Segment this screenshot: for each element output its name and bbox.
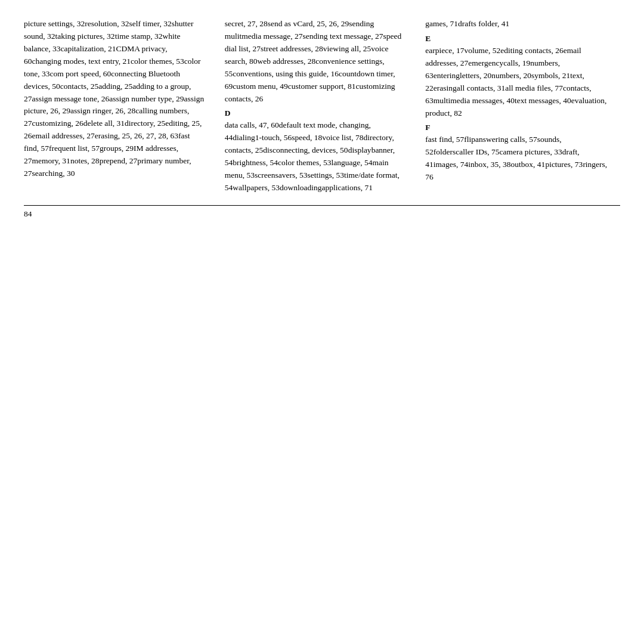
sub-entry: groups, 29 [100, 144, 134, 153]
main-entry: earpiece, 17 [425, 46, 464, 55]
main-entry: fast find, 57 [425, 135, 464, 144]
sub-entry: speed, 18 [292, 133, 322, 142]
sub-entry: email addresses, 27 [32, 131, 95, 140]
main-entry: entering [434, 71, 460, 80]
sub-entry: images, 74 [434, 160, 469, 169]
sub-entry: sending text message, 27 [303, 32, 383, 41]
sub-entry: web addresses, 28 [257, 57, 315, 66]
index-col-col2: secret, 27, 28send as vCard, 25, 26, 29s… [219, 18, 420, 194]
sub-entry: brightness, 54 [233, 158, 278, 167]
sub-entry: delete all, 31 [83, 119, 125, 128]
main-entry: emergency [468, 58, 503, 67]
main-entry: erasing [434, 83, 457, 92]
sub-entry: time stamp, 32 [115, 32, 163, 41]
main-entry: editing contacts, 26 [500, 46, 563, 55]
page-container: picture settings, 32resolution, 32self t… [24, 18, 620, 219]
sub-entry: inbox, 35, 38 [468, 160, 510, 169]
sub-entry: letters, 20 [460, 71, 491, 80]
sub-entry: text messages, 40 [515, 96, 571, 105]
main-entry: contacts, 25 [60, 82, 98, 91]
main-entry: color themes, 53 [131, 57, 184, 66]
sub-entry: pictures, 73 [545, 160, 583, 169]
main-entry: com port speed, 60 [50, 69, 112, 78]
sub-entry: assign ringer, 26, 28 [70, 106, 135, 115]
sub-entry: customizing, 26 [32, 119, 83, 128]
sub-entry: self timer, 32 [129, 19, 172, 28]
main-entry: conventions, using this guide, 16 [233, 69, 339, 78]
section-letter-D: D [225, 109, 408, 118]
index-col-col3: games, 71drafts folder, 41Eearpiece, 17v… [419, 18, 620, 194]
index-columns: picture settings, 32resolution, 32self t… [24, 18, 620, 194]
sub-entry: taking pictures, 32 [55, 32, 115, 41]
sub-entry: resolution, 32 [85, 19, 129, 28]
sub-entry: all media files, 77 [505, 83, 563, 92]
sub-entry: games, 71 [425, 19, 458, 28]
sub-entry: voice list, 78 [322, 133, 363, 142]
sub-entry: 1-touch, 56 [255, 133, 292, 142]
index-col-col1: picture settings, 32resolution, 32self t… [24, 18, 219, 194]
page-number: 84 [24, 209, 32, 219]
sub-entry: directory, 25 [125, 119, 165, 128]
page-footer: 84 [24, 205, 620, 219]
sub-entry: street addresses, 28 [261, 44, 323, 53]
main-entry: custom menu, 49 [233, 82, 288, 91]
sub-entry: send as vCard, 25, 26, 29 [268, 19, 349, 28]
sub-entry: picture settings, 32 [24, 19, 85, 28]
main-entry: folders [434, 147, 456, 156]
main-entry: disconnecting, devices, 50 [263, 145, 348, 154]
sub-entry: screensavers, 53 [255, 171, 307, 179]
sub-entry: all contacts, 31 [457, 83, 505, 92]
sub-entry: erasing, 25, 26, 27, 28, 63 [95, 131, 178, 140]
sub-entry: settings, 53 [307, 171, 344, 179]
sub-entry: adding, 25 [98, 82, 132, 91]
main-entry: data calls, 47, 60 [225, 120, 279, 129]
sub-entry: volume, 52 [465, 46, 501, 55]
sub-entry: wallpapers, 53 [233, 183, 280, 192]
main-entry: changing modes, text entry, 21 [32, 57, 131, 66]
sub-entry: searching, 30 [32, 169, 75, 178]
sub-entry: language, 54 [332, 158, 373, 167]
sub-entry: answering calls, 57 [475, 135, 537, 144]
sub-entry: notes, 28 [70, 156, 100, 165]
sub-entry: outbox, 41 [511, 160, 546, 169]
sub-entry: caller IDs, 75 [456, 147, 499, 156]
sub-entry: viewing all, 25 [323, 44, 371, 53]
section-letter-F: F [425, 123, 608, 132]
sub-entry: assign number type, 29 [109, 94, 184, 103]
main-entry: capitalization, 21 [60, 44, 116, 53]
sub-entry: secret, 27, 28 [225, 19, 268, 28]
main-entry: customer support, 81 [288, 82, 356, 91]
sub-entry: assign message tone, 26 [32, 94, 110, 103]
sub-entry: color themes, 53 [278, 158, 332, 167]
main-entry: flip [464, 135, 475, 144]
sub-entry: multimedia messages, 40 [434, 96, 515, 105]
main-entry: dialing [233, 133, 255, 142]
sub-entry: applications, 71 [321, 183, 372, 192]
sub-entry: numbers, 20 [491, 71, 531, 80]
sub-entry: frequent list, 57 [49, 144, 100, 153]
main-entry: drafts folder, 41 [458, 19, 509, 28]
main-entry: display [348, 145, 371, 154]
sub-entry: symbols, 21 [531, 71, 570, 80]
sub-entry: camera pictures, 33 [499, 147, 562, 156]
section-letter-E: E [425, 34, 608, 44]
sub-entry: calls, 19 [503, 58, 530, 67]
sub-entry: prepend, 27 [100, 156, 138, 165]
sub-entry: memory, 31 [32, 156, 70, 165]
main-entry: downloading [280, 183, 322, 192]
